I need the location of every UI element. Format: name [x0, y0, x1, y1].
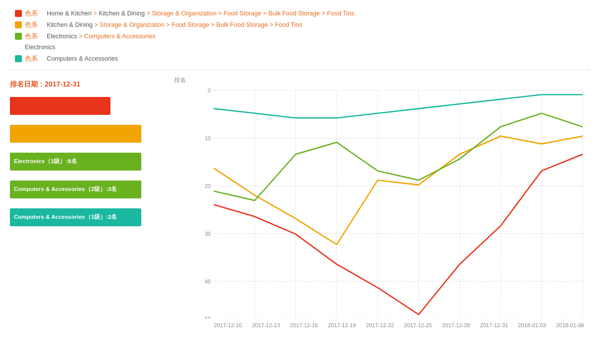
x-label-3: 2017-12-19 — [328, 322, 356, 328]
left-panel: 排名日期：2017-12-31 Electronics（1级）:8名 — [10, 75, 169, 339]
legend-item-3b: Electronics — [15, 43, 584, 52]
x-axis-labels: 2017-12-10 2017-12-13 2017-12-16 2017-12… — [189, 322, 584, 328]
bar-label-computers-2: Computers & Accessories（2级）:3名 — [14, 185, 117, 193]
legend-text-3b: Electronics — [25, 43, 55, 52]
svg-text:40: 40 — [205, 278, 211, 284]
bar-section-2 — [10, 125, 164, 143]
svg-text:0: 0 — [208, 88, 211, 93]
bar-container-3: Electronics（1级）:8名 — [10, 153, 164, 171]
legend-item-3: 色系 Electronics > Computers & Accessories — [15, 32, 584, 41]
main-container: 色系 Home & Kitchen > Kitchen & Dining > S… — [0, 0, 599, 364]
bar-container-4: Computers & Accessories（2级）:3名 — [10, 181, 164, 198]
bar-section-3: Electronics（1级）:8名 — [10, 153, 164, 171]
legend-color-teal — [15, 55, 22, 62]
bar-container-5: Computers & Accessories（1级）:2名 — [10, 208, 164, 226]
legend-color-orange — [15, 21, 22, 28]
x-label-5: 2017-12-25 — [404, 322, 432, 328]
x-label-9: 2018-01-06 — [556, 322, 584, 328]
legend-item-2: 色系 Kitchen & Dining > Storage & Organiza… — [15, 20, 584, 30]
x-label-4: 2017-12-22 — [366, 322, 394, 328]
bar-lightgreen-2: Computers & Accessories（2级）:3名 — [10, 181, 141, 198]
y-axis-label: 排名 — [174, 76, 186, 85]
x-label-7: 2017-12-31 — [480, 322, 508, 328]
svg-text:50: 50 — [205, 316, 211, 319]
line-chart-svg: 0 10 20 30 40 50 — [189, 80, 584, 319]
bar-teal: Computers & Accessories（1级）:2名 — [10, 208, 141, 226]
legend-text-1: 色系 Home & Kitchen > Kitchen & Dining > S… — [25, 9, 354, 18]
legend-text-2: 色系 Kitchen & Dining > Storage & Organiza… — [25, 20, 302, 30]
line-lightgreen — [214, 113, 583, 200]
x-label-6: 2017-12-28 — [442, 322, 470, 328]
chart-area: 排名 — [189, 80, 584, 319]
x-label-2: 2017-12-16 — [290, 322, 318, 328]
legend-text-3: 色系 Electronics > Computers & Accessories — [25, 32, 155, 41]
svg-text:10: 10 — [205, 135, 211, 141]
main-area: 排名日期：2017-12-31 Electronics（1级）:8名 — [10, 75, 589, 339]
legend-item-1: 色系 Home & Kitchen > Kitchen & Dining > S… — [15, 9, 584, 18]
bar-section-5: Computers & Accessories（1级）:2名 — [10, 208, 164, 226]
bar-label-electronics: Electronics（1级）:8名 — [14, 158, 77, 165]
bar-orange — [10, 125, 141, 143]
x-label-1: 2017-12-13 — [252, 322, 280, 328]
bar-container-2 — [10, 125, 164, 143]
line-teal — [214, 94, 583, 118]
bar-label-computers-1: Computers & Accessories（1级）:2名 — [14, 213, 117, 221]
svg-text:30: 30 — [205, 231, 211, 237]
right-panel: 排名 — [169, 75, 589, 339]
bar-red — [10, 97, 110, 115]
legend-color-red — [15, 10, 22, 17]
legend-item-4: 色系 Computers & Accessories — [15, 54, 584, 64]
legend-color-lightgreen — [15, 33, 22, 40]
bar-section-1 — [10, 97, 164, 115]
bar-container-1 — [10, 97, 164, 115]
bar-lightgreen-1: Electronics（1级）:8名 — [10, 153, 141, 171]
line-red — [214, 154, 583, 314]
x-label-8: 2018-01-03 — [518, 322, 546, 328]
bar-section-4: Computers & Accessories（2级）:3名 — [10, 181, 164, 198]
legend-text-4: 色系 Computers & Accessories — [25, 54, 118, 64]
svg-text:20: 20 — [205, 183, 211, 189]
ranking-date: 排名日期：2017-12-31 — [10, 80, 164, 89]
x-label-0: 2017-12-10 — [214, 322, 242, 328]
legend: 色系 Home & Kitchen > Kitchen & Dining > S… — [10, 5, 589, 70]
